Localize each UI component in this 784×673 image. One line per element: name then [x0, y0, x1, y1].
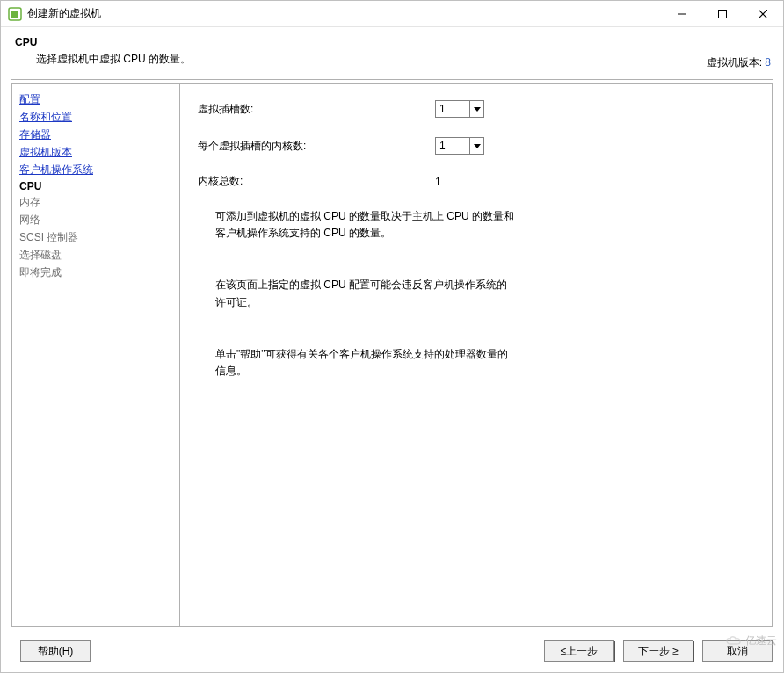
chevron-down-icon	[474, 107, 481, 112]
close-button[interactable]	[743, 1, 783, 26]
wizard-content: 虚拟插槽数: 1 每个虚拟插槽的内核数: 1 内核总数:	[180, 83, 773, 627]
label-sockets: 虚拟插槽数:	[198, 102, 435, 117]
svg-rect-3	[719, 10, 727, 18]
sidebar-item-ready: 即将完成	[19, 265, 179, 280]
maximize-button[interactable]	[702, 1, 743, 26]
sidebar-item-config[interactable]: 配置	[19, 92, 179, 107]
version-number: 8	[765, 56, 771, 69]
vm-version-label: 虚拟机版本: 8	[707, 55, 771, 70]
sidebar-item-network: 网络	[19, 213, 179, 228]
sidebar-item-disk: 选择磁盘	[19, 248, 179, 263]
select-sockets-value: 1	[436, 103, 469, 115]
help-button[interactable]: 帮助(H)	[20, 640, 91, 662]
page-subtitle: 选择虚拟机中虚拟 CPU 的数量。	[36, 52, 769, 67]
note-host-limit: 可添加到虚拟机的虚拟 CPU 的数量取决于主机上 CPU 的数量和客户机操作系统…	[215, 208, 514, 242]
note-help: 单击"帮助"可获得有关各个客户机操作系统支持的处理器数量的信息。	[215, 346, 514, 380]
select-cores-value: 1	[436, 140, 469, 152]
sidebar-item-storage[interactable]: 存储器	[19, 127, 179, 142]
label-cores: 每个虚拟插槽的内核数:	[198, 139, 435, 154]
notes-block: 可添加到虚拟机的虚拟 CPU 的数量取决于主机上 CPU 的数量和客户机操作系统…	[215, 208, 514, 380]
back-button[interactable]: ≤上一步	[544, 640, 614, 662]
window-title: 创建新的虚拟机	[27, 6, 662, 21]
select-sockets-dropdown-button[interactable]	[469, 101, 483, 117]
value-total-cores: 1	[435, 176, 441, 188]
label-total-cores: 内核总数:	[198, 174, 435, 189]
minimize-button[interactable]	[662, 1, 702, 26]
wizard-body: 配置 名称和位置 存储器 虚拟机版本 客户机操作系统 CPU 内存 网络 SCS…	[1, 80, 783, 633]
version-text: 虚拟机版本:	[707, 56, 762, 69]
chevron-down-icon	[474, 144, 481, 148]
note-license: 在该页面上指定的虚拟 CPU 配置可能会违反客户机操作系统的许可证。	[215, 277, 514, 310]
page-title: CPU	[15, 36, 769, 48]
sidebar-item-cpu[interactable]: CPU	[19, 180, 179, 192]
row-cores: 每个虚拟插槽的内核数: 1	[198, 137, 754, 155]
wizard-footer: 帮助(H) ≤上一步 下一步 ≥ 取消	[1, 633, 783, 672]
sidebar-item-name-location[interactable]: 名称和位置	[19, 110, 179, 125]
app-icon	[8, 7, 22, 21]
wizard-steps-sidebar: 配置 名称和位置 存储器 虚拟机版本 客户机操作系统 CPU 内存 网络 SCS…	[11, 83, 180, 627]
sidebar-item-memory: 内存	[19, 195, 179, 210]
svg-rect-1	[11, 11, 18, 18]
row-sockets: 虚拟插槽数: 1	[198, 100, 754, 118]
select-cores[interactable]: 1	[435, 137, 484, 155]
wizard-header: CPU 选择虚拟机中虚拟 CPU 的数量。 虚拟机版本: 8	[1, 27, 783, 79]
select-sockets[interactable]: 1	[435, 100, 484, 118]
sidebar-item-vm-version[interactable]: 虚拟机版本	[19, 145, 179, 160]
cancel-button[interactable]: 取消	[702, 640, 773, 662]
row-total-cores: 内核总数: 1	[198, 174, 754, 189]
vm-wizard-window: 创建新的虚拟机 CPU 选择虚拟机中虚拟 CPU 的数量。 虚拟机版本: 8 配…	[0, 0, 784, 673]
sidebar-item-guest-os[interactable]: 客户机操作系统	[19, 163, 179, 177]
next-button[interactable]: 下一步 ≥	[623, 640, 693, 662]
select-cores-dropdown-button[interactable]	[469, 138, 483, 154]
titlebar: 创建新的虚拟机	[1, 1, 783, 27]
sidebar-item-scsi: SCSI 控制器	[19, 230, 179, 245]
window-controls	[662, 1, 783, 26]
